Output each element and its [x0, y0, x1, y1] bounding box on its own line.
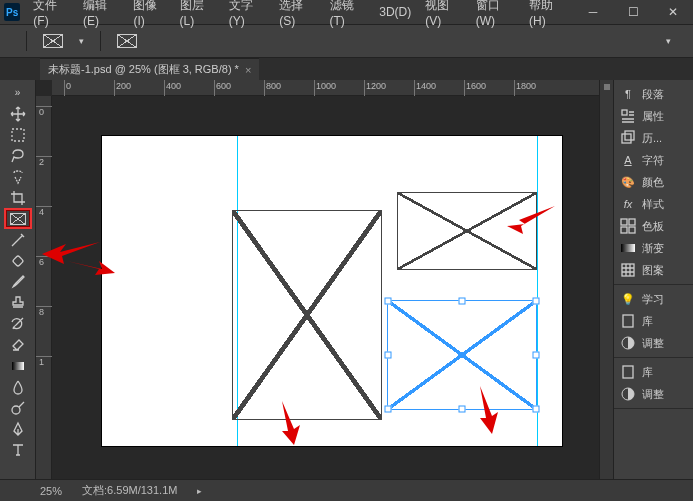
ruler-tick: 600 — [214, 80, 231, 96]
crop-tool[interactable] — [4, 187, 32, 208]
menu-view[interactable]: 视图(V) — [418, 0, 468, 28]
transform-handle[interactable] — [385, 352, 392, 359]
quick-select-tool[interactable] — [4, 166, 32, 187]
window-controls: ─ ☐ ✕ — [573, 0, 693, 24]
app-logo: Ps — [4, 3, 20, 21]
transform-handle[interactable] — [533, 352, 540, 359]
menu-help[interactable]: 帮助(H) — [522, 0, 573, 28]
transform-handle[interactable] — [385, 406, 392, 413]
menu-window[interactable]: 窗口(W) — [469, 0, 522, 28]
marquee-tool[interactable] — [4, 124, 32, 145]
panel-color[interactable]: 🎨颜色 — [614, 171, 693, 193]
panel-paragraph[interactable]: ¶段落 — [614, 83, 693, 105]
menu-image[interactable]: 图像(I) — [126, 0, 172, 28]
lasso-tool[interactable] — [4, 145, 32, 166]
dodge-tool[interactable] — [4, 397, 32, 418]
canvas-viewport[interactable] — [52, 96, 599, 479]
tool-panel: » — [0, 80, 36, 479]
options-bar: ▾ ▾ — [0, 24, 693, 58]
blur-tool[interactable] — [4, 376, 32, 397]
eraser-tool[interactable] — [4, 334, 32, 355]
frame-3-selected[interactable] — [387, 300, 537, 410]
ruler-tick: 200 — [114, 80, 131, 96]
panel-group-1: ¶段落 属性 历... A字符 🎨颜色 fx样式 色板 渐变 图案 — [614, 80, 693, 285]
zoom-level[interactable]: 25% — [40, 485, 62, 497]
panel-handle-icon[interactable] — [604, 84, 610, 90]
frame-1[interactable] — [232, 210, 382, 420]
annotation-arrow-icon — [42, 238, 102, 268]
brush-tool[interactable] — [4, 271, 32, 292]
status-dropdown-icon[interactable]: ▸ — [197, 486, 202, 496]
eyedropper-tool[interactable] — [4, 229, 32, 250]
frame-rect-button[interactable] — [117, 34, 137, 48]
panel-styles[interactable]: fx样式 — [614, 193, 693, 215]
transform-handle[interactable] — [533, 298, 540, 305]
maximize-button[interactable]: ☐ — [613, 0, 653, 24]
ruler-tick: 800 — [264, 80, 281, 96]
close-button[interactable]: ✕ — [653, 0, 693, 24]
panel-swatches[interactable]: 色板 — [614, 215, 693, 237]
panel-libraries[interactable]: 库 — [614, 310, 693, 332]
panel-adjustments-2[interactable]: 调整 — [614, 383, 693, 405]
dropdown-icon[interactable]: ▾ — [666, 36, 671, 46]
guide-vertical[interactable] — [537, 136, 538, 446]
panel-patterns[interactable]: 图案 — [614, 259, 693, 281]
panel-history[interactable]: 历... — [614, 127, 693, 149]
expand-tools-icon[interactable]: » — [4, 82, 32, 103]
ruler-horizontal[interactable]: 0 200 400 600 800 1000 1200 1400 1600 18… — [52, 80, 599, 96]
transform-handle[interactable] — [385, 298, 392, 305]
panel-label: 属性 — [642, 109, 664, 124]
ruler-tick: 400 — [164, 80, 181, 96]
document-info[interactable]: 文档:6.59M/131.1M — [82, 483, 177, 498]
menu-filter[interactable]: 滤镜(T) — [323, 0, 373, 28]
type-tool[interactable] — [4, 439, 32, 460]
stamp-tool[interactable] — [4, 292, 32, 313]
gradient-tool[interactable] — [4, 355, 32, 376]
ruler-tick: 1 — [36, 356, 52, 367]
panel-libraries-2[interactable]: 库 — [614, 361, 693, 383]
transform-handle[interactable] — [459, 298, 466, 305]
panel-label: 学习 — [642, 292, 664, 307]
menu-bar: Ps 文件(F) 编辑(E) 图像(I) 图层(L) 文字(Y) 选择(S) 滤… — [0, 0, 693, 24]
minimize-button[interactable]: ─ — [573, 0, 613, 24]
menu-layer[interactable]: 图层(L) — [173, 0, 222, 28]
dropdown-icon[interactable]: ▾ — [79, 36, 84, 46]
status-bar: 25% 文档:6.59M/131.1M ▸ — [0, 479, 693, 501]
panel-adjustments[interactable]: 调整 — [614, 332, 693, 354]
menu-3d[interactable]: 3D(D) — [372, 5, 418, 19]
style-icon: fx — [620, 197, 636, 211]
panel-label: 库 — [642, 314, 653, 329]
svg-rect-18 — [629, 219, 635, 225]
collapsed-panel-strip[interactable] — [599, 80, 613, 479]
pen-tool[interactable] — [4, 418, 32, 439]
transform-handle[interactable] — [533, 406, 540, 413]
ruler-tick: 1200 — [364, 80, 386, 96]
svg-rect-8 — [12, 362, 24, 370]
menu-type[interactable]: 文字(Y) — [222, 0, 272, 28]
menu-file[interactable]: 文件(F) — [26, 0, 76, 28]
lib-icon — [620, 314, 636, 328]
annotation-arrow-icon — [507, 206, 557, 236]
healing-tool[interactable] — [4, 250, 32, 271]
move-tool[interactable] — [4, 103, 32, 124]
menu-edit[interactable]: 编辑(E) — [76, 0, 126, 28]
panel-character[interactable]: A字符 — [614, 149, 693, 171]
frame-tool[interactable] — [4, 208, 32, 229]
frame-tool-indicator-icon[interactable] — [43, 34, 63, 48]
panel-properties[interactable]: 属性 — [614, 105, 693, 127]
history-brush-tool[interactable] — [4, 313, 32, 334]
ruler-tick: 1800 — [514, 80, 536, 96]
panel-label: 历... — [642, 131, 662, 146]
tab-close-icon[interactable]: × — [245, 64, 251, 76]
panel-dock: ¶段落 属性 历... A字符 🎨颜色 fx样式 色板 渐变 图案 💡学习 库 … — [613, 80, 693, 479]
menu-select[interactable]: 选择(S) — [272, 0, 322, 28]
transform-handle[interactable] — [459, 406, 466, 413]
adjust-icon — [620, 336, 636, 350]
grad-icon — [620, 241, 636, 255]
panel-label: 色板 — [642, 219, 664, 234]
document-tab[interactable]: 未标题-1.psd @ 25% (图框 3, RGB/8) * × — [40, 58, 259, 80]
panel-gradients[interactable]: 渐变 — [614, 237, 693, 259]
panel-learn[interactable]: 💡学习 — [614, 288, 693, 310]
learn-icon: 💡 — [620, 292, 636, 306]
ruler-vertical[interactable]: 0 2 4 6 8 1 — [36, 96, 52, 479]
